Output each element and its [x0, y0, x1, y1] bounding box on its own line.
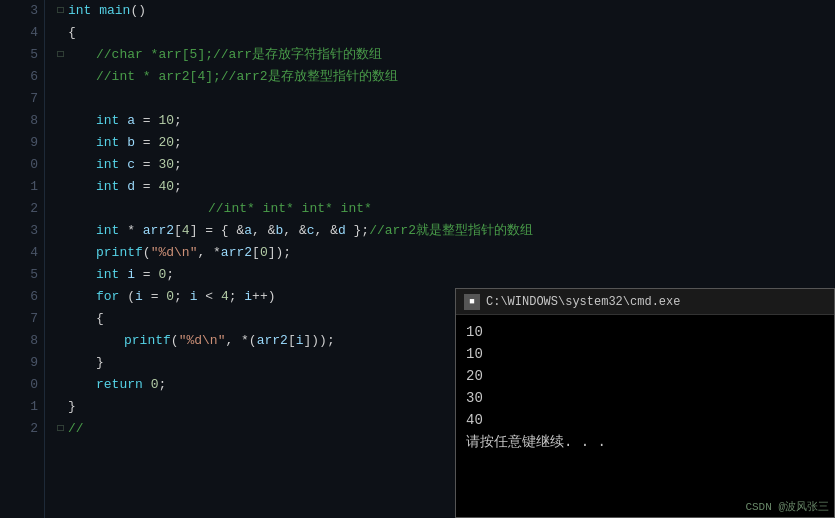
line-num-3: 3: [0, 0, 44, 22]
fold-icon-3[interactable]: □: [57, 0, 63, 22]
cmd-output-line-3: 20: [466, 365, 824, 387]
code-line-5: □ //char *arr[5];//arr是存放字符指针的数组: [45, 44, 835, 66]
cmd-output-line-2: 10: [466, 343, 824, 365]
cmd-titlebar: ■ C:\WINDOWS\system32\cmd.exe: [456, 289, 834, 315]
code-line-8: int a = 10;: [45, 110, 835, 132]
cmd-output-line-6: 请按任意键继续. . .: [466, 431, 824, 453]
line-num-21: 1: [0, 396, 44, 418]
line-num-16: 6: [0, 286, 44, 308]
code-line-7: [45, 88, 835, 110]
line-num-9: 9: [0, 132, 44, 154]
code-line-9: int b = 20;: [45, 132, 835, 154]
cmd-output-line-5: 40: [466, 409, 824, 431]
code-line-6: //int * arr2[4];//arr2是存放整型指针的数组: [45, 66, 835, 88]
watermark: CSDN @波风张三: [745, 499, 829, 514]
code-editor: 3 4 5 6 7 8 9 0 1 2 3 4 5 6 7 8 9 0 1 2 …: [0, 0, 835, 518]
cmd-output-line-4: 30: [466, 387, 824, 409]
line-num-22: 2: [0, 418, 44, 440]
code-line-11: int d = 40;: [45, 176, 835, 198]
cmd-title: C:\WINDOWS\system32\cmd.exe: [486, 295, 680, 309]
line-num-4: 4: [0, 22, 44, 44]
line-num-10: 0: [0, 154, 44, 176]
line-num-7: 7: [0, 88, 44, 110]
line-num-12: 2: [0, 198, 44, 220]
line-num-20: 0: [0, 374, 44, 396]
code-line-12: //int* int* int* int*: [45, 198, 835, 220]
code-line-13: int * arr2[4] = { &a, &b, &c, &d };//arr…: [45, 220, 835, 242]
line-num-6: 6: [0, 66, 44, 88]
cmd-icon: ■: [464, 294, 480, 310]
line-num-14: 4: [0, 242, 44, 264]
fold-icon-5[interactable]: □: [57, 44, 63, 66]
line-num-19: 9: [0, 352, 44, 374]
code-line-15: int i = 0;: [45, 264, 835, 286]
cmd-window[interactable]: ■ C:\WINDOWS\system32\cmd.exe 10 10 20 3…: [455, 288, 835, 518]
line-num-17: 7: [0, 308, 44, 330]
line-num-8: 8: [0, 110, 44, 132]
line-num-5: 5: [0, 44, 44, 66]
code-line-4: {: [45, 22, 835, 44]
cmd-output-line-1: 10: [466, 321, 824, 343]
code-line-14: printf("%d\n", *arr2[0]);: [45, 242, 835, 264]
line-num-18: 8: [0, 330, 44, 352]
cmd-body: 10 10 20 30 40 请按任意键继续. . .: [456, 315, 834, 517]
fold-icon-22[interactable]: □: [57, 418, 63, 440]
line-numbers: 3 4 5 6 7 8 9 0 1 2 3 4 5 6 7 8 9 0 1 2: [0, 0, 45, 518]
code-line-3: □ int main(): [45, 0, 835, 22]
line-num-11: 1: [0, 176, 44, 198]
code-line-10: int c = 30;: [45, 154, 835, 176]
line-num-15: 5: [0, 264, 44, 286]
line-num-13: 3: [0, 220, 44, 242]
